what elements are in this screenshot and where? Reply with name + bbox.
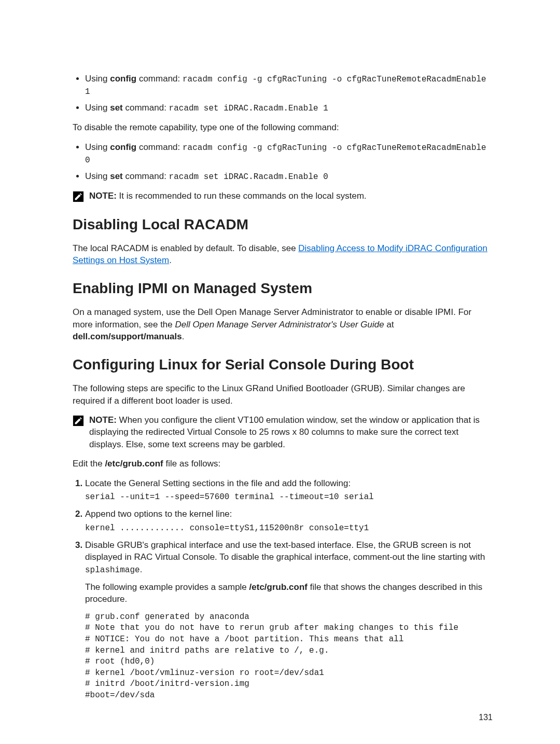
step3-p2-file: /etc/grub.conf xyxy=(249,582,307,592)
note-block: NOTE: It is recommended to run these com… xyxy=(73,190,493,202)
section3-intro: The following steps are specific to the … xyxy=(73,382,493,407)
section2-body: On a managed system, use the Dell Open M… xyxy=(73,306,493,342)
edit-post: file as follows: xyxy=(163,459,221,469)
step3-pre: Disable GRUB's graphical interface and u… xyxy=(85,540,485,562)
section1-pre: The local RACADM is enabled by default. … xyxy=(73,243,298,253)
step-2: Append two options to the kernel line: k… xyxy=(85,508,493,534)
step-text: Disable GRUB's graphical interface and u… xyxy=(85,539,493,576)
section1-post: . xyxy=(169,255,172,265)
enable-bullet-list: Using config command: racadm config -g c… xyxy=(73,73,493,114)
note-text: NOTE: It is recommended to run these com… xyxy=(89,190,493,202)
bullet-cmd: config xyxy=(110,74,136,84)
bullet-rest: command: xyxy=(136,142,183,152)
page-number: 131 xyxy=(479,712,493,723)
section-title-configuring-linux: Configuring Linux for Serial Console Dur… xyxy=(73,355,493,375)
section-title-disabling-local-racadm: Disabling Local RACADM xyxy=(73,215,493,235)
disable-bullet-list: Using config command: racadm config -g c… xyxy=(73,141,493,183)
bullet-cmd: set xyxy=(110,103,123,113)
step-1: Locate the General Setting sections in t… xyxy=(85,477,493,503)
step3-p2-pre: The following example provides a sample xyxy=(85,582,249,592)
step3-inline-code: splashimage xyxy=(85,566,140,575)
bullet-lead: Using xyxy=(85,171,110,181)
step-code: serial --unit=1 --speed=57600 terminal -… xyxy=(85,491,493,503)
list-item: Using config command: racadm config -g c… xyxy=(85,73,493,98)
bullet-code: racadm set iDRAC.Racadm.Enable 0 xyxy=(169,172,328,182)
bullet-rest: command: xyxy=(136,74,183,84)
list-item: Using set command: racadm set iDRAC.Raca… xyxy=(85,102,493,114)
pencil-icon xyxy=(73,191,84,202)
edit-pre: Edit the xyxy=(73,459,105,469)
disable-intro: To disable the remote capability, type o… xyxy=(73,121,493,133)
list-item: Using config command: racadm config -g c… xyxy=(85,141,493,166)
steps-list: Locate the General Setting sections in t… xyxy=(73,477,493,701)
step3-post: . xyxy=(140,564,143,574)
list-item: Using set command: racadm set iDRAC.Raca… xyxy=(85,170,493,183)
note-body: When you configure the client VT100 emul… xyxy=(89,415,480,449)
note-label: NOTE: xyxy=(89,191,117,201)
step-3: Disable GRUB's graphical interface and u… xyxy=(85,539,493,701)
edit-intro: Edit the /etc/grub.conf file as follows: xyxy=(73,458,493,470)
bullet-lead: Using xyxy=(85,142,110,152)
note-body: It is recommended to run these commands … xyxy=(117,191,367,201)
grub-conf-block: # grub.conf generated by anaconda # Note… xyxy=(85,612,493,701)
section1-body: The local RACADM is enabled by default. … xyxy=(73,242,493,267)
step-text: Locate the General Setting sections in t… xyxy=(85,477,493,489)
bullet-rest: command: xyxy=(123,103,169,113)
section-title-enabling-ipmi: Enabling IPMI on Managed System xyxy=(73,279,493,299)
section2-italic: Dell Open Manage Server Administrator's … xyxy=(175,320,384,329)
section2-mid: at xyxy=(384,320,394,329)
edit-file: /etc/grub.conf xyxy=(105,459,163,469)
bullet-lead: Using xyxy=(85,103,110,113)
bullet-rest: command: xyxy=(123,171,169,181)
note-label: NOTE: xyxy=(89,415,117,425)
bullet-cmd: config xyxy=(110,142,136,152)
section2-bold: dell.com/support/manuals xyxy=(73,332,182,341)
step-text: Append two options to the kernel line: xyxy=(85,508,493,520)
pencil-icon xyxy=(73,415,84,426)
bullet-code: racadm set iDRAC.Racadm.Enable 1 xyxy=(169,104,328,113)
section2-post: . xyxy=(182,332,185,341)
bullet-cmd: set xyxy=(110,171,123,181)
step3-para2: The following example provides a sample … xyxy=(85,581,493,605)
note-block: NOTE: When you configure the client VT10… xyxy=(73,414,493,450)
bullet-lead: Using xyxy=(85,74,110,84)
note-text: NOTE: When you configure the client VT10… xyxy=(89,414,493,450)
step-code: kernel ............. console=ttyS1,11520… xyxy=(85,522,493,534)
